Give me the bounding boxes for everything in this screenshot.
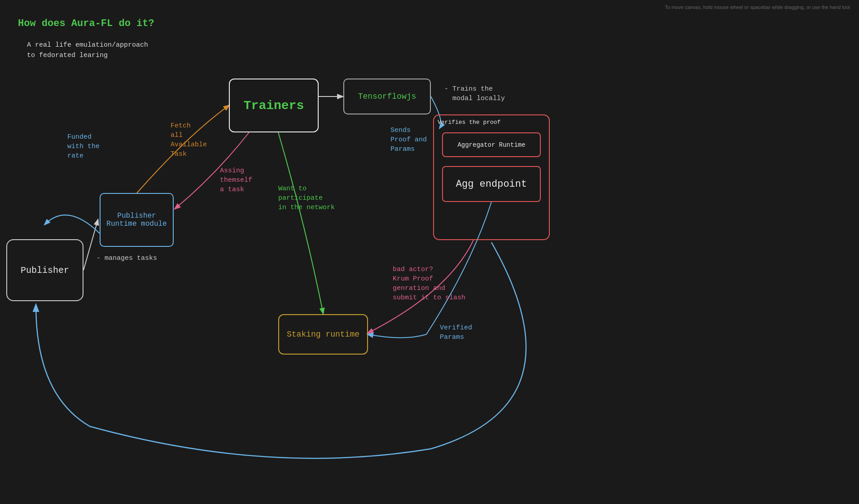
tensorflowjs-box: Tensorflowjs xyxy=(343,79,431,114)
want-label: Want toparticipatein the network xyxy=(278,184,335,212)
fetch-label: FetchallAvailableTask xyxy=(171,121,207,159)
subtitle: A real life emulation/approach to fedora… xyxy=(27,40,148,61)
aggregator-runtime-box: Aggregator Runtime xyxy=(442,132,541,157)
trainers-box: Trainers xyxy=(229,79,319,132)
svg-line-0 xyxy=(83,220,98,270)
verified-label: VerifiedParams xyxy=(440,323,472,342)
manages-label: - manages tasks xyxy=(96,254,157,263)
sends-label: SendsProof andParams xyxy=(390,126,427,154)
publisher-box: Publisher xyxy=(6,239,83,301)
canvas-hint: To move canvas, hold mouse wheel or spac… xyxy=(665,4,850,10)
staking-box: Staking runtime xyxy=(278,314,368,355)
verifies-label: Verifies the proof xyxy=(438,119,500,126)
trains-label: - Trains the modal locally xyxy=(444,84,505,103)
main-title: How does Aura-FL do it? xyxy=(18,18,154,29)
funded-label: Fundedwith therate xyxy=(67,132,100,161)
assing-label: Assingthemselfa task xyxy=(220,166,252,194)
agg-endpoint-box: Agg endpoint xyxy=(442,166,541,202)
bad-actor-label: bad actor?Krum Proofgenration andsubmit … xyxy=(393,265,465,302)
publisher-runtime-box: Publisher Runtime module xyxy=(100,193,174,247)
